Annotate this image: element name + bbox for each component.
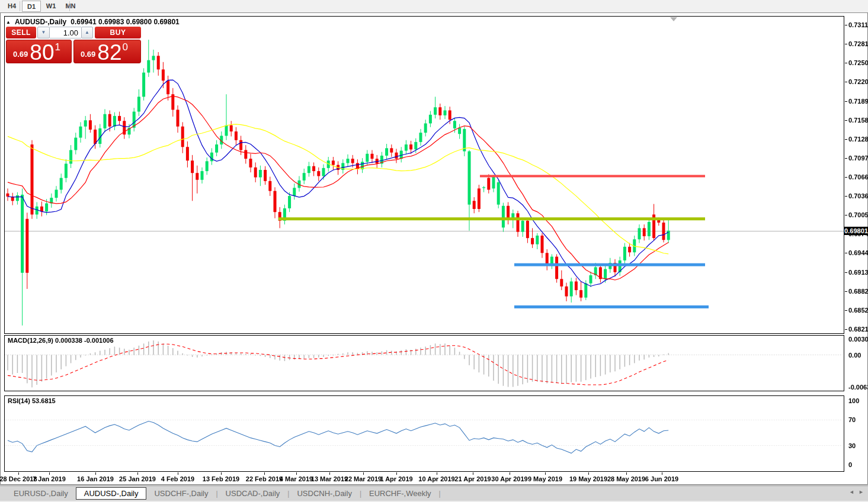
time-axis-tick (437, 472, 437, 475)
volume-decrease-button[interactable]: ▼ (37, 27, 50, 38)
symbol-tab-usdcnh[interactable]: USDCNH-,Daily (289, 488, 359, 499)
price-axis-label: 0.69130 (848, 269, 868, 276)
buy-price-pipette: 0 (122, 41, 127, 53)
buy-quote-box[interactable]: 0.69 82 0 (73, 40, 141, 63)
window-bottom-border (0, 484, 868, 485)
price-axis-tick (845, 291, 847, 292)
time-axis-label: 9 May 2019 (521, 475, 569, 482)
time-axis-tick (473, 472, 473, 475)
rsi-indicator-label: RSI(14) 53.6815 (8, 397, 56, 404)
price-axis-label: 0.69440 (848, 249, 868, 256)
timeframe-button-d1[interactable]: D1 (22, 1, 41, 12)
macd-axis-label: 0.003035 (848, 336, 868, 343)
sell-button[interactable]: SELL (6, 27, 36, 38)
arrow-down-icon: ▼ (41, 30, 46, 35)
price-axis-tick (845, 253, 847, 253)
one-click-trading-panel: SELL ▼ ▲ BUY 0.69 80 1 0.69 82 0 (6, 26, 143, 64)
price-axis-tick (845, 196, 847, 197)
time-axis-tick (178, 472, 178, 475)
price-axis-tick (845, 329, 847, 330)
price-axis-label: 0.70665 (848, 173, 868, 181)
price-axis-tick (845, 63, 847, 63)
buy-button[interactable]: BUY (95, 27, 141, 38)
timeframe-button-mn[interactable]: MN (61, 1, 80, 12)
timeframe-button-w1[interactable]: W1 (41, 1, 60, 12)
symbol-tab-usdcad[interactable]: USDCAD-,Daily (218, 488, 288, 499)
timeframe-button-h4[interactable]: H4 (2, 1, 21, 12)
price-axis-tick (845, 101, 847, 102)
price-axis-tick (845, 44, 847, 44)
window-left-border (0, 13, 1, 485)
time-axis-tick (588, 472, 589, 475)
price-axis-label: 0.72200 (848, 78, 868, 85)
price-axis-label: 0.72810 (848, 40, 868, 47)
time-axis-tick (329, 472, 330, 475)
price-axis-label: 0.71280 (848, 136, 868, 143)
symbol-tab-audusd[interactable]: AUDUSD-,Daily (76, 487, 147, 500)
price-axis-label: 0.71585 (848, 117, 868, 124)
sell-price-prefix: 0.69 (13, 50, 28, 59)
time-axis-label: 7 Jan 2019 (25, 475, 73, 482)
time-axis-tick (545, 472, 546, 475)
chart-symbol-label: AUDUSD-,Daily (15, 18, 66, 26)
toolbar-separator (20, 1, 20, 11)
symbol-tab-eurusd[interactable]: EURUSD-,Daily (6, 488, 76, 499)
time-axis-tick (49, 472, 50, 475)
price-axis-tick (845, 82, 847, 82)
price-axis-tick (845, 310, 847, 311)
toolbar-separator (69, 1, 70, 11)
time-axis-tick (662, 472, 662, 475)
price-axis-label: 0.70050 (848, 211, 868, 218)
price-axis-tick (845, 272, 847, 273)
price-axis-tick (845, 215, 847, 215)
sell-quote-box[interactable]: 0.69 80 1 (6, 40, 72, 63)
rsi-axis-label: 30 (848, 442, 856, 449)
buy-price-big: 82 (97, 43, 121, 63)
chart-canvas[interactable] (0, 0, 868, 502)
time-axis-tick (221, 472, 222, 475)
price-axis-tick (845, 177, 847, 178)
symbol-tab-strip: EURUSD-,DailyAUDUSD-,DailyUSDCHF-,Daily|… (0, 485, 868, 501)
chart-title: ▲ AUDUSD-,Daily 0.69941 0.69983 0.69800 … (6, 18, 180, 26)
price-axis-label: 0.70360 (848, 192, 868, 199)
volume-increase-button[interactable]: ▲ (81, 27, 93, 38)
time-axis-tick (18, 472, 19, 475)
macd-indicator-label: MACD(12,26,9) 0.000338 -0.001006 (8, 337, 114, 344)
sell-price-pipette: 1 (55, 41, 60, 53)
sell-price-big: 80 (30, 43, 54, 63)
time-axis-tick (264, 472, 265, 475)
price-axis-label: 0.68825 (848, 288, 868, 295)
rsi-axis-label: 0 (848, 461, 852, 468)
symbol-tab-usdchf[interactable]: USDCHF-,Daily (146, 488, 216, 499)
price-axis-label: 0.70970 (848, 155, 868, 162)
time-axis-tick (95, 472, 96, 475)
symbol-tab-eurchf[interactable]: EURCHF-,Weekly (361, 488, 439, 499)
tab-scroll-right-icon[interactable]: ► (859, 489, 864, 495)
time-axis-tick (137, 472, 138, 475)
time-axis-label: 4 Feb 2019 (154, 475, 201, 482)
macd-axis-label: -0.006311 (848, 384, 868, 391)
macd-axis-label: 0.00 (848, 352, 861, 359)
rsi-axis-label: 100 (848, 397, 859, 404)
arrow-up-icon: ▲ (85, 30, 89, 35)
time-axis-label: 16 Jan 2019 (72, 475, 119, 482)
tab-separator: | (439, 490, 441, 498)
volume-input[interactable] (50, 27, 81, 38)
chart-ohlc-values: 0.69941 0.69983 0.69800 0.69801 (71, 18, 180, 26)
collapse-panel-icon[interactable]: ▲ (6, 20, 11, 25)
buy-price-prefix: 0.69 (81, 50, 95, 59)
time-axis-label: 13 Feb 2019 (197, 475, 245, 482)
price-axis-label: 0.68210 (848, 326, 868, 333)
price-axis-tick (845, 139, 847, 140)
time-axis-tick (363, 472, 364, 475)
tab-scroll-left-icon[interactable]: ◄ (849, 489, 854, 495)
rsi-axis-label: 70 (848, 416, 856, 423)
time-axis-tick (626, 472, 627, 475)
price-axis-tick (845, 25, 847, 25)
trading-terminal: H4D1W1MN ▲ AUDUSD-,Daily 0.69941 0.69983… (0, 0, 868, 502)
price-axis-tick (845, 158, 847, 159)
price-axis-label: 0.73115 (848, 21, 868, 28)
time-axis-label: 6 Jun 2019 (638, 475, 686, 482)
price-axis-tick (845, 120, 847, 121)
timeframe-toolbar: H4D1W1MN (0, 0, 868, 13)
